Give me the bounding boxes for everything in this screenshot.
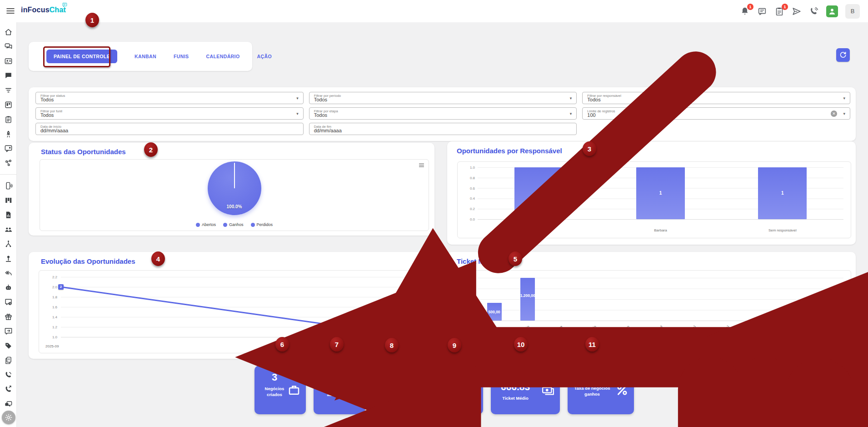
y-tick: 1.6 [44,305,57,309]
chat-bubble-icon [62,2,68,8]
sidebar-item-reply-all[interactable] [4,269,13,277]
sidebar-item-comment[interactable] [4,144,13,153]
filter-value: Todos [40,112,54,118]
send-icon[interactable] [792,6,802,16]
y-tick: 1.2 [44,325,57,329]
sidebar-item-kanban[interactable] [4,100,13,109]
annotation-marker-5: 5 [509,251,522,266]
notification-badge: 1 [747,4,753,10]
menu-icon[interactable] [5,6,15,16]
sidebar-item-phone-call[interactable] [4,371,13,379]
sidebar-item-share-nodes[interactable] [4,159,13,167]
sidebar-item-chats[interactable] [4,42,13,51]
sidebar-item-person-pin[interactable] [4,254,13,263]
sidebar-item-phone-in-talk[interactable] [4,385,13,394]
annotation-arrow-11 [586,351,868,427]
y-tick: 2.2 [44,275,57,279]
topbar: inFocusChat 1 1 B [0,0,868,22]
sidebar-item-home[interactable] [4,28,13,36]
sidebar-item-message-send[interactable] [4,327,13,336]
sidebar-item-message-clock[interactable] [4,298,13,306]
y-tick: 1.8 [44,295,57,299]
annotation-marker-11: 11 [585,337,599,352]
chat-square-icon[interactable] [757,6,767,16]
annotation-marker-3: 3 [583,141,596,156]
sidebar-item-chat-overlap[interactable] [4,400,13,408]
sidebar-item-clipboard-copy[interactable] [4,356,13,365]
sidebar-item-hub[interactable] [4,240,13,248]
x-label: 2025-09 [45,344,59,348]
annotation-marker-6: 6 [275,337,289,352]
avatar[interactable]: B [845,4,860,19]
annotation-marker-10: 10 [514,337,528,352]
y-tick: 2.0 [44,285,57,289]
sidebar-item-filter[interactable] [4,86,13,95]
sidebar-item-report-doc[interactable] [4,211,13,219]
board-badge: 1 [782,4,788,10]
annotation-marker-7: 7 [330,337,344,352]
agent-button[interactable] [826,5,838,17]
sidebar-item-clipboard-list[interactable] [4,115,13,124]
annotation-marker-8: 8 [385,338,399,352]
y-tick: 1.4 [44,315,57,319]
sidebar-item-bot[interactable] [4,283,13,292]
sidebar-item-gift[interactable] [4,312,13,321]
annotation-marker-2: 2 [144,142,158,157]
topbar-actions: 1 1 B [740,0,860,22]
data-point-marker[interactable]: 2 [58,284,64,290]
sidebar-item-device-sound[interactable] [4,181,13,190]
sidebar-item-contact-card[interactable] [4,57,13,65]
filter-value: Todos [40,97,54,102]
annotation-marker-9: 9 [448,338,461,352]
sidebar-item-dashboard-columns[interactable] [4,196,13,205]
filter-value: dd/mm/aaaa [40,128,68,133]
logo-text-primary: inFocus [21,6,50,14]
phone-wave-icon[interactable] [809,6,819,16]
sidebar-item-people-group[interactable] [4,225,13,234]
annotation-marker-1: 1 [85,13,99,27]
sidebar-item-chat-filled[interactable] [4,71,13,80]
sidebar-divider [0,174,17,175]
annotation-marker-4: 4 [151,251,165,266]
sidebar-item-rocket[interactable] [4,130,13,138]
gear-icon[interactable] [2,411,15,424]
app-logo[interactable]: inFocusChat [21,6,66,14]
sidebar [0,22,17,427]
y-tick: 1.0 [44,335,57,339]
sidebar-item-tag[interactable] [4,342,13,350]
